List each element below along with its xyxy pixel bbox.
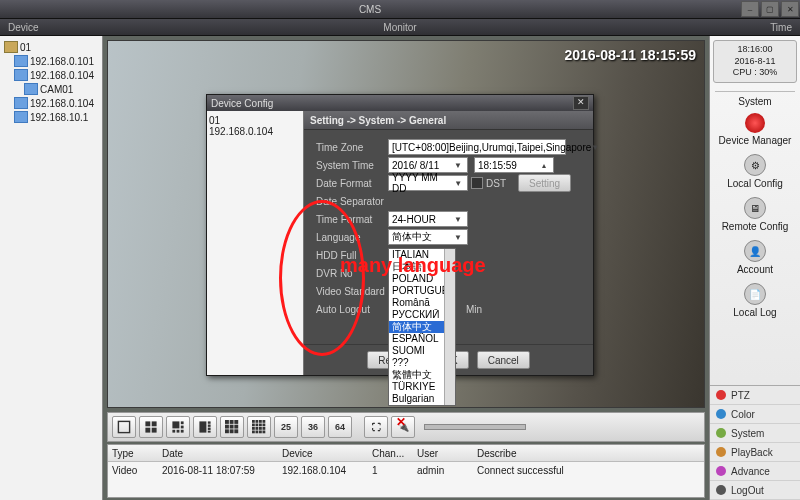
dialog-tree-item[interactable]: 192.168.0.104 bbox=[209, 126, 301, 137]
autologout-label: Auto Logout bbox=[316, 304, 388, 315]
svg-rect-19 bbox=[225, 425, 229, 429]
chevron-down-icon: ▼ bbox=[591, 143, 599, 152]
log-header[interactable]: Device bbox=[282, 448, 372, 459]
view-toolbar: 25 36 64 ⛶ 🔌✕ bbox=[107, 412, 705, 442]
tree-item[interactable]: 192.168.0.104 bbox=[2, 96, 100, 110]
dst-label: DST bbox=[486, 178, 506, 189]
dvrno-label: DVR No bbox=[316, 268, 388, 279]
svg-rect-23 bbox=[230, 429, 234, 433]
view-25-button[interactable]: 25 bbox=[274, 416, 298, 438]
fullscreen-icon[interactable]: ⛶ bbox=[364, 416, 388, 438]
tree-item[interactable]: CAM01 bbox=[2, 82, 100, 96]
scrollbar[interactable] bbox=[444, 249, 455, 405]
datesep-label: Date Separator bbox=[316, 196, 388, 207]
svg-rect-20 bbox=[230, 425, 234, 429]
menu-device[interactable]: Device bbox=[0, 22, 269, 33]
right-action-ptz[interactable]: PTZ bbox=[710, 386, 800, 405]
account-button[interactable]: 👤Account bbox=[716, 240, 794, 275]
clock-date: 2016-8-11 bbox=[716, 56, 794, 68]
bullet-icon bbox=[716, 447, 726, 457]
timefmt-select[interactable]: 24-HOUR▼ bbox=[388, 211, 468, 227]
view-64-button[interactable]: 64 bbox=[328, 416, 352, 438]
svg-rect-6 bbox=[181, 421, 184, 424]
datefmt-select[interactable]: YYYY MM DD▼ bbox=[388, 175, 468, 191]
svg-rect-31 bbox=[259, 424, 262, 427]
language-dropdown-list[interactable]: ITALIAN日本語POLANDPORTUGUÊRomânăРУССКИЙ简体中… bbox=[388, 248, 456, 406]
svg-rect-30 bbox=[256, 424, 259, 427]
maximize-button[interactable]: ▢ bbox=[761, 1, 779, 17]
tree-item[interactable]: 192.168.0.101 bbox=[2, 54, 100, 68]
bullet-icon bbox=[716, 428, 726, 438]
timezone-select[interactable]: [UTC+08:00]Beijing,Urumqi,Taipei,Singapo… bbox=[388, 139, 566, 155]
view-8-icon[interactable] bbox=[193, 416, 217, 438]
svg-rect-22 bbox=[225, 429, 229, 433]
view-9-icon[interactable] bbox=[220, 416, 244, 438]
bullet-icon bbox=[716, 466, 726, 476]
volume-slider[interactable] bbox=[424, 424, 526, 430]
minimize-button[interactable]: – bbox=[741, 1, 759, 17]
disconnect-icon[interactable]: 🔌✕ bbox=[391, 416, 415, 438]
right-action-advance[interactable]: Advance bbox=[710, 462, 800, 481]
dst-setting-button[interactable]: Setting bbox=[518, 174, 571, 192]
language-select[interactable]: 简体中文▼ bbox=[388, 229, 468, 245]
dialog-tree-root[interactable]: 01 bbox=[209, 115, 301, 126]
log-header[interactable]: Chan... bbox=[372, 448, 417, 459]
svg-rect-39 bbox=[259, 431, 262, 434]
svg-rect-8 bbox=[172, 430, 175, 433]
record-icon bbox=[745, 113, 765, 133]
right-action-system[interactable]: System bbox=[710, 424, 800, 443]
log-header[interactable]: Date bbox=[162, 448, 282, 459]
local-config-button[interactable]: ⚙Local Config bbox=[716, 154, 794, 189]
svg-rect-33 bbox=[252, 427, 255, 430]
tree-root[interactable]: 01 bbox=[2, 40, 100, 54]
svg-rect-11 bbox=[199, 421, 206, 432]
device-manager-button[interactable]: Device Manager bbox=[716, 113, 794, 146]
dialog-close-icon[interactable]: ✕ bbox=[573, 96, 589, 110]
view-36-button[interactable]: 36 bbox=[301, 416, 325, 438]
close-button[interactable]: ✕ bbox=[781, 1, 799, 17]
svg-rect-38 bbox=[256, 431, 259, 434]
hddfull-label: HDD Full bbox=[316, 250, 388, 261]
right-action-playback[interactable]: PlayBack bbox=[710, 443, 800, 462]
app-title: CMS bbox=[0, 4, 740, 15]
remote-config-button[interactable]: 🖥Remote Config bbox=[716, 197, 794, 232]
right-action-color[interactable]: Color bbox=[710, 405, 800, 424]
view-6-icon[interactable] bbox=[166, 416, 190, 438]
log-header[interactable]: Type bbox=[108, 448, 162, 459]
view-1-icon[interactable] bbox=[112, 416, 136, 438]
svg-rect-29 bbox=[252, 424, 255, 427]
right-action-logout[interactable]: LogOut bbox=[710, 481, 800, 500]
svg-rect-3 bbox=[145, 428, 150, 433]
svg-rect-15 bbox=[208, 431, 211, 433]
autologout-unit: Min bbox=[466, 304, 482, 315]
log-header[interactable]: User bbox=[417, 448, 477, 459]
systime-time-input[interactable]: 18:15:59▴ bbox=[474, 157, 554, 173]
log-icon: 📄 bbox=[744, 283, 766, 305]
cpu-usage: CPU : 30% bbox=[716, 67, 794, 79]
svg-rect-4 bbox=[152, 428, 157, 433]
svg-rect-9 bbox=[177, 430, 180, 433]
menu-monitor[interactable]: Monitor bbox=[269, 22, 530, 33]
log-row[interactable]: Video 2016-08-11 18:07:59 192.168.0.104 … bbox=[108, 462, 704, 478]
svg-rect-27 bbox=[259, 420, 262, 423]
view-4-icon[interactable] bbox=[139, 416, 163, 438]
menu-time[interactable]: Time bbox=[531, 22, 800, 33]
osd-timestamp: 2016-08-11 18:15:59 bbox=[564, 47, 696, 63]
timezone-label: Time Zone bbox=[316, 142, 388, 153]
svg-rect-2 bbox=[152, 421, 157, 426]
systime-date-input[interactable]: 2016/ 8/11▼ bbox=[388, 157, 468, 173]
log-header[interactable]: Describe bbox=[477, 448, 704, 459]
svg-rect-14 bbox=[208, 428, 211, 430]
view-16-icon[interactable] bbox=[247, 416, 271, 438]
tree-item[interactable]: 192.168.10.1 bbox=[2, 110, 100, 124]
svg-rect-32 bbox=[263, 424, 266, 427]
cancel-button[interactable]: Cancel bbox=[477, 351, 530, 369]
dst-checkbox[interactable] bbox=[471, 177, 483, 189]
tree-item[interactable]: 192.168.0.104 bbox=[2, 68, 100, 82]
svg-rect-28 bbox=[263, 420, 266, 423]
local-log-button[interactable]: 📄Local Log bbox=[716, 283, 794, 318]
gear-icon: ⚙ bbox=[744, 154, 766, 176]
datefmt-label: Date Format bbox=[316, 178, 388, 189]
svg-rect-17 bbox=[230, 420, 234, 424]
svg-rect-13 bbox=[208, 424, 211, 426]
